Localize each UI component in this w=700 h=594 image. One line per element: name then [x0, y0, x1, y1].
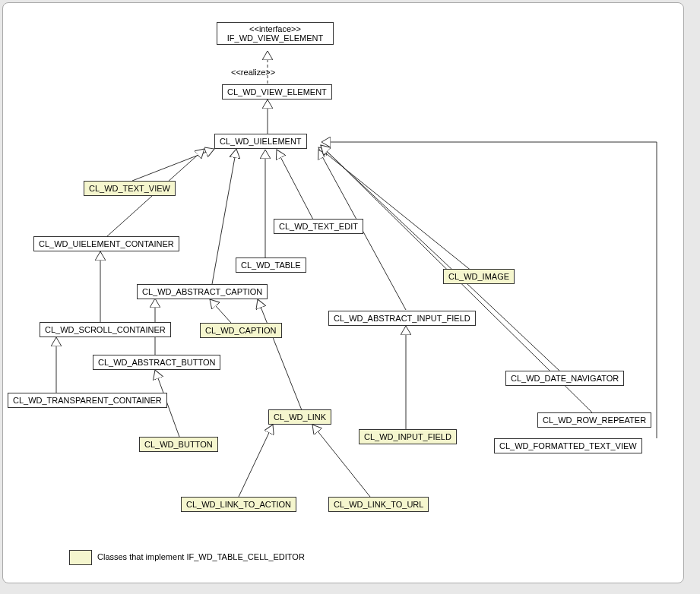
class-label: IF_WD_VIEW_ELEMENT [223, 33, 327, 43]
connector-lines [3, 3, 683, 583]
class-cl-wd-input-field: CL_WD_INPUT_FIELD [359, 429, 457, 444]
legend-swatch [69, 550, 92, 565]
class-cl-wd-formatted-text-view: CL_WD_FORMATTED_TEXT_VIEW [494, 438, 642, 453]
class-cl-wd-caption: CL_WD_CAPTION [200, 323, 282, 338]
svg-line-17 [239, 425, 273, 497]
class-cl-wd-link-to-url: CL_WD_LINK_TO_URL [328, 497, 429, 512]
svg-line-13 [210, 299, 231, 323]
class-cl-wd-abstract-input-field: CL_WD_ABSTRACT_INPUT_FIELD [328, 311, 476, 326]
class-cl-wd-date-navigator: CL_WD_DATE_NAVIGATOR [505, 371, 624, 386]
diagram-panel: <<interface>> IF_WD_VIEW_ELEMENT <<reali… [2, 2, 684, 583]
class-cl-wd-text-view: CL_WD_TEXT_VIEW [84, 181, 176, 196]
class-cl-wd-uielement-container: CL_WD_UIELEMENT_CONTAINER [33, 236, 179, 251]
class-cl-wd-text-edit: CL_WD_TEXT_EDIT [274, 219, 363, 234]
class-cl-wd-link: CL_WD_LINK [268, 409, 331, 425]
class-cl-wd-view-element: CL_WD_VIEW_ELEMENT [222, 84, 332, 100]
class-cl-wd-link-to-action: CL_WD_LINK_TO_ACTION [181, 497, 296, 512]
class-cl-wd-row-repeater: CL_WD_ROW_REPEATER [537, 412, 651, 428]
class-cl-wd-scroll-container: CL_WD_SCROLL_CONTAINER [40, 322, 171, 337]
svg-line-9 [321, 146, 559, 371]
svg-line-6 [318, 147, 472, 271]
class-cl-wd-table: CL_WD_TABLE [236, 258, 306, 273]
class-cl-wd-abstract-button: CL_WD_ABSTRACT_BUTTON [93, 355, 220, 370]
class-cl-wd-transparent-container: CL_WD_TRANSPARENT_CONTAINER [8, 393, 167, 408]
class-cl-wd-image: CL_WD_IMAGE [443, 269, 515, 284]
diagram-canvas: <<interface>> IF_WD_VIEW_ELEMENT <<reali… [0, 0, 700, 594]
svg-line-2 [132, 149, 214, 181]
class-cl-wd-uielement: CL_WD_UIELEMENT [214, 134, 307, 149]
svg-line-3 [277, 150, 313, 220]
svg-line-7 [212, 149, 236, 284]
svg-line-15 [258, 299, 302, 410]
stereotype-realize: <<realize>> [231, 68, 275, 77]
stereotype-interface: <<interface>> [223, 24, 327, 33]
class-cl-wd-abstract-caption: CL_WD_ABSTRACT_CAPTION [137, 284, 268, 299]
class-if-wd-view-element: <<interface>> IF_WD_VIEW_ELEMENT [217, 22, 334, 45]
class-cl-wd-button: CL_WD_BUTTON [139, 437, 218, 452]
legend-text: Classes that implement IF_WD_TABLE_CELL_… [97, 552, 305, 561]
